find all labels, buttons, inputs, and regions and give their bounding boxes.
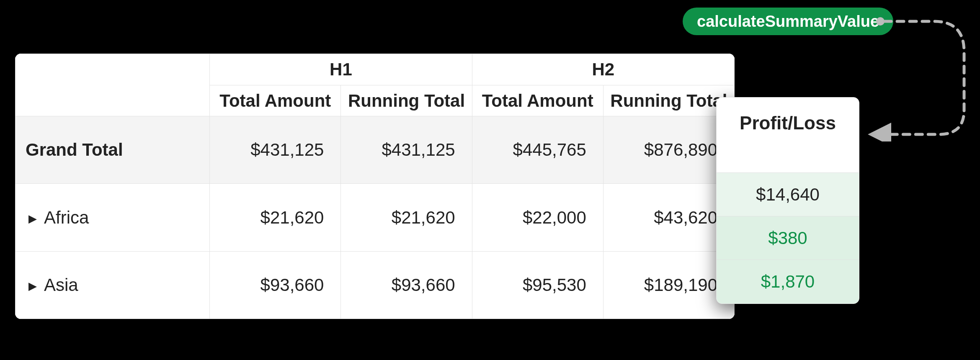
data-cell: $22,000	[472, 184, 603, 251]
pivot-grid: H1 H2 Total Amount Running Total Total A…	[15, 54, 735, 319]
data-cell: $189,190	[603, 251, 734, 319]
expand-icon[interactable]: ▶	[26, 212, 40, 225]
row-label-text: Africa	[44, 208, 89, 227]
row-africa: ▶Africa $21,620 $21,620 $22,000 $43,620	[15, 184, 735, 251]
row-grand-total: Grand Total $431,125 $431,125 $445,765 $…	[15, 116, 735, 184]
row-label-text: Grand Total	[26, 140, 123, 159]
column-header-running-total[interactable]: Running Total	[603, 85, 734, 116]
data-cell: $95,530	[472, 251, 603, 319]
column-header-label: Running Total	[348, 91, 465, 111]
profit-loss-value: $14,640	[756, 185, 820, 205]
column-group-label: H1	[330, 59, 352, 79]
column-header-total-amount[interactable]: Total Amount	[210, 85, 341, 116]
data-cell: $43,620	[603, 184, 734, 251]
expand-icon[interactable]: ▶	[26, 280, 40, 293]
column-header-total-amount[interactable]: Total Amount	[472, 85, 603, 116]
pivot-table: H1 H2 Total Amount Running Total Total A…	[15, 54, 735, 319]
column-group-h1[interactable]: H1	[210, 54, 472, 85]
profit-loss-cell-grand: $14,640	[717, 173, 859, 216]
data-cell: $93,660	[210, 251, 341, 319]
row-asia: ▶Asia $93,660 $93,660 $95,530 $189,190	[15, 251, 735, 319]
profit-loss-cell: $1,870	[717, 260, 859, 303]
row-header-corner	[15, 54, 210, 116]
data-cell: $445,765	[472, 116, 603, 184]
profit-loss-header-label: Profit/Loss	[740, 113, 836, 134]
column-group-label: H2	[592, 59, 614, 79]
data-cell: $21,620	[210, 184, 341, 251]
profit-loss-value: $1,870	[761, 272, 815, 292]
data-cell: $876,890	[603, 116, 734, 184]
data-cell: $431,125	[210, 116, 341, 184]
column-header-running-total[interactable]: Running Total	[341, 85, 472, 116]
profit-loss-value: $380	[768, 228, 807, 248]
callout-badge-label: calculateSummaryValue	[697, 13, 879, 31]
column-group-h2[interactable]: H2	[472, 54, 734, 85]
row-label[interactable]: ▶Asia	[15, 251, 210, 319]
row-label[interactable]: ▶Africa	[15, 184, 210, 251]
column-header-label: Total Amount	[219, 91, 331, 111]
column-header-label: Running Total	[610, 91, 727, 111]
callout-badge: calculateSummaryValue	[683, 8, 893, 35]
profit-loss-cell: $380	[717, 216, 859, 260]
row-label-text: Asia	[44, 275, 78, 295]
data-cell: $21,620	[341, 184, 472, 251]
data-cell: $93,660	[341, 251, 472, 319]
profit-loss-column: Profit/Loss $14,640 $380 $1,870	[716, 97, 859, 304]
data-cell: $431,125	[341, 116, 472, 184]
column-header-label: Total Amount	[482, 91, 593, 111]
profit-loss-header[interactable]: Profit/Loss	[717, 98, 859, 173]
row-label: Grand Total	[15, 116, 210, 184]
